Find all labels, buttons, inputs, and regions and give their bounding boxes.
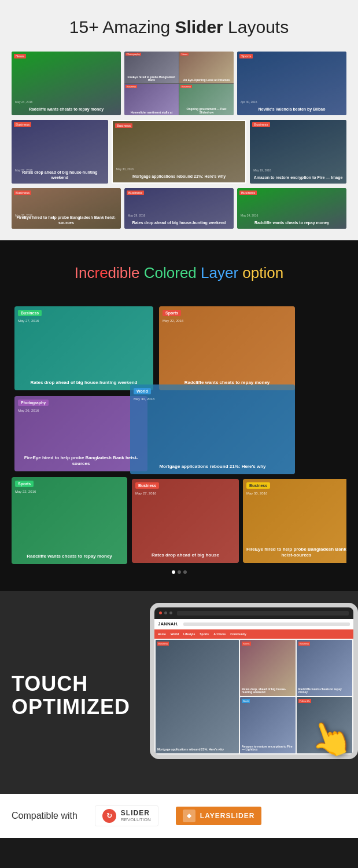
slider-preview-8[interactable]: Business May 29, 2016 Rates drop ahead o… bbox=[124, 188, 234, 229]
layerslider-badge[interactable]: ◆ LAYERSLIDER bbox=[176, 807, 262, 825]
slider-preview-4[interactable]: Business May 27, 2016 Rates drop ahead o… bbox=[12, 120, 108, 184]
slider-grid-row1: News May 24, 2016 Radcliffe wants cheats… bbox=[12, 52, 346, 115]
tablet-header-bar bbox=[154, 607, 353, 619]
compatible-label: Compatible with bbox=[12, 811, 77, 821]
touch-text: TOUCH OPTIMIZED bbox=[12, 672, 130, 718]
colored-card-6: Business May 27, 2016 Rates drop ahead o… bbox=[132, 479, 239, 563]
colored-card-2: Sports May 22, 2016 Radcliffe wants chea… bbox=[159, 306, 295, 390]
tablet-card-4: World Amazon to restore encryption to Fi… bbox=[240, 697, 296, 753]
colored-card-1: Business May 27, 2016 Rates drop ahead o… bbox=[14, 306, 153, 390]
colored-layer-preview: Business May 27, 2016 Rates drop ahead o… bbox=[12, 301, 346, 567]
colored-layer-heading: Incredible Colored Layer option bbox=[12, 263, 346, 283]
layerslider-icon: ◆ bbox=[183, 810, 195, 822]
layerslider-text: LAYERSLIDER bbox=[200, 812, 255, 820]
tablet-mockup: JANNAH. Home World Lifestyle Sports Arch… bbox=[150, 603, 358, 771]
tablet-logo-text: JANNAH. bbox=[158, 621, 179, 627]
slider-grid-row3: Business May 30, 2016 FireEye hired to h… bbox=[12, 188, 346, 229]
colored-layer-section: Incredible Colored Layer option Business… bbox=[0, 240, 358, 591]
touch-optimized-section: TOUCH OPTIMIZED JANNAH. bbox=[0, 591, 358, 794]
tab-dot-1 bbox=[164, 611, 167, 614]
tab-dot-2 bbox=[169, 611, 172, 614]
colored-card-5: Sports May 22, 2016 Radcliffe wants chea… bbox=[12, 477, 127, 564]
slider-preview-2[interactable]: Photography FireEye hired to probe Bangl… bbox=[124, 52, 234, 115]
slider-preview-3[interactable]: Sports Apr 30, 2016 Neville's Valencia b… bbox=[237, 52, 346, 115]
touch-heading: TOUCH OPTIMIZED bbox=[12, 672, 130, 718]
slider-grid-row2: Business May 27, 2016 Rates drop ahead o… bbox=[12, 120, 346, 184]
dot-1 bbox=[172, 570, 175, 574]
slider-revolution-icon: ↻ bbox=[102, 809, 116, 823]
slider-layouts-section: 15+ Amazing Slider Layouts News May 24, … bbox=[0, 0, 358, 240]
tablet-main-card: Business Mortgage applications rebound 2… bbox=[156, 640, 239, 753]
dot-indicator bbox=[12, 570, 346, 574]
slider-preview-7[interactable]: Business May 30, 2016 FireEye hired to h… bbox=[12, 188, 121, 229]
slider-preview-6[interactable]: Business May 19, 2016 Amazon to restore … bbox=[250, 120, 346, 184]
slider-revolution-text: SLIDER REVOLUTION bbox=[121, 809, 151, 822]
search-bar-fake bbox=[183, 622, 350, 626]
slider-revolution-badge[interactable]: ↻ SLIDER REVOLUTION bbox=[95, 805, 158, 826]
tablet-logo-bar: JANNAH. bbox=[154, 619, 353, 629]
slider-preview-5-main[interactable]: Business May 30, 2016 Mortgage applicati… bbox=[112, 120, 246, 184]
colored-card-4: World May 30, 2016 Mortgage applications… bbox=[130, 384, 295, 474]
compatible-section: Compatible with ↻ SLIDER REVOLUTION ◆ LA… bbox=[0, 794, 358, 838]
tablet-card-3: Business Radcliffe wants cheats to repay… bbox=[297, 640, 352, 696]
tablet-card-2: Sports Rates drop, ahead of big house-hu… bbox=[240, 640, 296, 696]
tab-dot-red bbox=[159, 611, 162, 614]
slider-preview-1[interactable]: News May 24, 2016 Radcliffe wants cheats… bbox=[12, 52, 121, 115]
tablet-nav-bar: Home World Lifestyle Sports Archives Com… bbox=[154, 629, 353, 639]
slider-layouts-heading: 15+ Amazing Slider Layouts bbox=[12, 17, 346, 37]
colored-card-3: Photography May 26, 2016 FireEye hired t… bbox=[14, 396, 147, 471]
dot-2 bbox=[178, 570, 181, 574]
dot-3 bbox=[183, 570, 187, 574]
slider-preview-9[interactable]: Business May 24, 2016 Radcliffe wants ch… bbox=[237, 188, 346, 229]
colored-card-7: Business May 30, 2016 FireEye hired to h… bbox=[243, 479, 346, 563]
address-bar bbox=[177, 611, 349, 616]
